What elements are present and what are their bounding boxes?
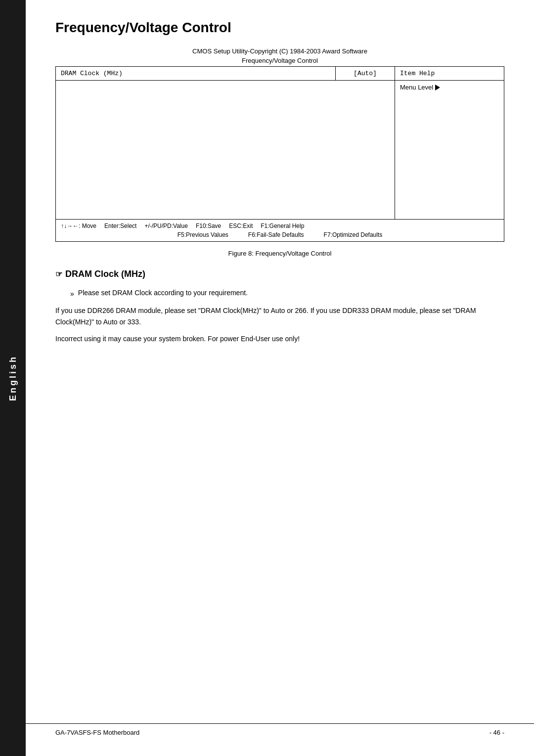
paragraph-2: If you use DDR266 DRAM module, please se… — [55, 305, 504, 327]
footer-model: GA-7VASFS-FS Motherboard — [55, 729, 139, 736]
item-help-label: Item Help — [395, 67, 504, 80]
footer-f6: F6:Fail-Safe Defaults — [248, 231, 304, 238]
menu-level-arrow — [435, 85, 440, 90]
paragraph-1: » Please set DRAM Clock according to you… — [70, 287, 504, 299]
sidebar: English — [0, 0, 26, 756]
footer-move: ↑↓→←: Move — [61, 222, 96, 229]
main-content: Frequency/Voltage Control CMOS Setup Uti… — [26, 0, 534, 370]
footer-enter-select: Enter:Select — [104, 222, 136, 229]
bios-main-area: Menu Level — [56, 81, 504, 219]
footer-value: +/-/PU/PD:Value — [144, 222, 187, 229]
bios-main-left — [56, 81, 395, 219]
section-icon: ☞ — [55, 269, 62, 279]
bios-main-right: Menu Level — [395, 81, 504, 219]
bios-caption-top: CMOS Setup Utility-Copyright (C) 1984-20… — [55, 47, 504, 55]
bios-footer-row1: ↑↓→←: Move Enter:Select +/-/PU/PD:Value … — [61, 222, 499, 229]
sidebar-label: English — [8, 355, 18, 401]
footer-help: F1:General Help — [261, 222, 304, 229]
page-footer: GA-7VASFS-FS Motherboard - 46 - — [26, 723, 534, 741]
paragraph-3: Incorrect using it may cause your system… — [55, 333, 504, 344]
page-title: Frequency/Voltage Control — [55, 20, 504, 36]
figure-caption: Figure 8: Frequency/Voltage Control — [55, 250, 504, 257]
menu-level: Menu Level — [400, 84, 499, 91]
bios-caption-sub: Frequency/Voltage Control — [55, 57, 504, 64]
bios-footer-row2: F5:Previous Values F6:Fail-Safe Defaults… — [61, 231, 499, 238]
menu-level-text: Menu Level — [400, 84, 433, 91]
section-heading: ☞ DRAM Clock (MHz) — [55, 269, 504, 279]
section-heading-text: DRAM Clock (MHz) — [65, 269, 145, 279]
footer-page: - 46 - — [490, 729, 504, 736]
footer-exit: ESC:Exit — [229, 222, 253, 229]
double-arrow-icon: » — [70, 288, 74, 299]
bios-container: CMOS Setup Utility-Copyright (C) 1984-20… — [55, 47, 504, 242]
footer-f7: F7:Optimized Defaults — [324, 231, 383, 238]
dram-clock-value: [Auto] — [336, 67, 395, 80]
dram-clock-label: DRAM Clock (MHz) — [56, 67, 336, 80]
paragraph-1-text: Please set DRAM Clock according to your … — [78, 287, 248, 298]
bios-header-row: DRAM Clock (MHz) [Auto] Item Help — [56, 67, 504, 81]
footer-f5: F5:Previous Values — [178, 231, 228, 238]
bios-footer: ↑↓→←: Move Enter:Select +/-/PU/PD:Value … — [56, 219, 504, 241]
footer-save: F10:Save — [196, 222, 221, 229]
bios-screen: DRAM Clock (MHz) [Auto] Item Help Menu L… — [55, 66, 504, 242]
